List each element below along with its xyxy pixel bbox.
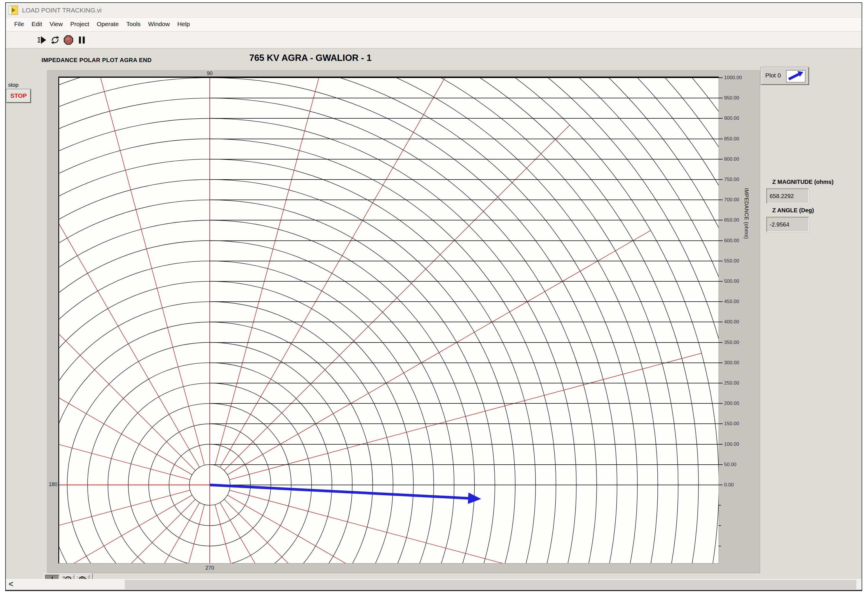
axis-tick [719,159,723,159]
scrollbar-thumb[interactable] [125,580,856,589]
menu-tools[interactable]: Tools [123,18,144,31]
axis-tick [719,383,723,384]
labview-vi-icon [9,6,18,15]
axis-tick-label: 500.00 [724,278,739,285]
axis-tick-label: 750.00 [724,176,739,183]
axis-tick [719,464,723,465]
axis-tick-label: 1000.00 [724,75,742,81]
window-title: LOAD POINT TRACKING.vi [22,7,102,14]
radial-axis: 0.0050.00100.00150.00200.00250.00300.003… [46,69,760,573]
menu-file[interactable]: File [10,18,28,31]
axis-tick [719,199,723,200]
axis-tick-label: 250.00 [724,380,739,386]
axis-tick-label: 0.00 [724,482,734,488]
axis-tick [719,363,723,363]
z-angle-value: -2.9564 [766,217,809,232]
axis-tick-label: 850.00 [724,136,739,142]
axis-tick [719,77,723,78]
axis-tick [719,403,723,404]
axis-tick [719,423,723,424]
axis-tick-label: 200.00 [724,400,739,407]
icon-arrow-glyph [12,8,15,12]
axis-tick [719,342,723,343]
abort-icon[interactable] [63,35,74,45]
axis-tick [719,261,723,261]
stop-button[interactable]: STOP [6,89,31,103]
axis-tick-label: 550.00 [724,258,739,264]
menu-project[interactable]: Project [66,18,93,31]
axis-tick-label: 900.00 [724,115,739,121]
axis-tick-label: 800.00 [724,156,739,162]
axis-tick-label: 600.00 [724,238,739,244]
stop-label: stop [8,82,19,88]
axis-tick [719,98,723,98]
axis-tick-minor [719,525,721,526]
title-bar: LOAD POINT TRACKING.vi [6,3,862,18]
axis-tick-minor [719,546,721,546]
axis-tick-label: 450.00 [724,298,739,305]
legend-label: Plot 0 [765,72,781,79]
axis-tick [719,485,723,485]
polar-graph-frame: 90 270 180 0.0050.00100.00150.00200.0025… [46,69,760,573]
axis-tick-label: 400.00 [724,319,739,325]
axis-tick [719,322,723,322]
pause-icon[interactable] [77,35,87,45]
axis-tick-label: 150.00 [724,420,739,427]
run-icon[interactable] [37,35,47,45]
axis-tick [719,139,723,139]
z-angle-label: Z ANGLE (Deg) [772,207,814,214]
z-magnitude-value: 658.2292 [766,189,809,204]
axis-tick-label: 700.00 [724,197,739,203]
axis-tick [719,220,723,220]
menu-help[interactable]: Help [173,18,193,31]
menu-bar: FileEditViewProjectOperateToolsWindowHel… [6,18,862,31]
axis-tick [719,118,723,119]
scroll-left-icon[interactable]: < [9,580,13,589]
page-title: 765 KV AGRA - GWALIOR - 1 [180,53,441,63]
axis-tick-label: 50.00 [724,462,737,468]
axis-tick-minor [719,505,721,506]
menu-edit[interactable]: Edit [28,18,46,31]
axis-tick [719,301,723,302]
axis-tick-label: 100.00 [724,441,739,447]
plot-caption: IMPEDANCE POLAR PLOT AGRA END [41,57,152,63]
axis-tick-label: 300.00 [724,360,739,366]
menu-window[interactable]: Window [144,18,173,31]
axis-tick [719,240,723,241]
axis-tick-label: 950.00 [724,95,739,101]
axis-tick-label: 650.00 [724,217,739,223]
z-magnitude-label: Z MAGNITUDE (ohms) [772,179,834,185]
axis-tick [719,444,723,445]
app-window: LOAD POINT TRACKING.vi FileEditViewProje… [5,2,862,591]
menu-operate[interactable]: Operate [93,18,123,31]
plot-legend-button[interactable]: Plot 0 [761,67,809,85]
icon-fold [9,6,11,15]
menu-view[interactable]: View [46,18,66,31]
axis-tick [719,281,723,282]
run-continuous-icon[interactable] [50,35,61,45]
horizontal-scrollbar[interactable]: < [6,579,862,590]
axis-tick [719,179,723,180]
axis-tick-label: 350.00 [724,339,739,346]
radial-axis-title: IMPEDANCE (ohms) [743,188,749,258]
tool-bar [6,32,862,49]
vector-arrow-icon [786,70,805,83]
